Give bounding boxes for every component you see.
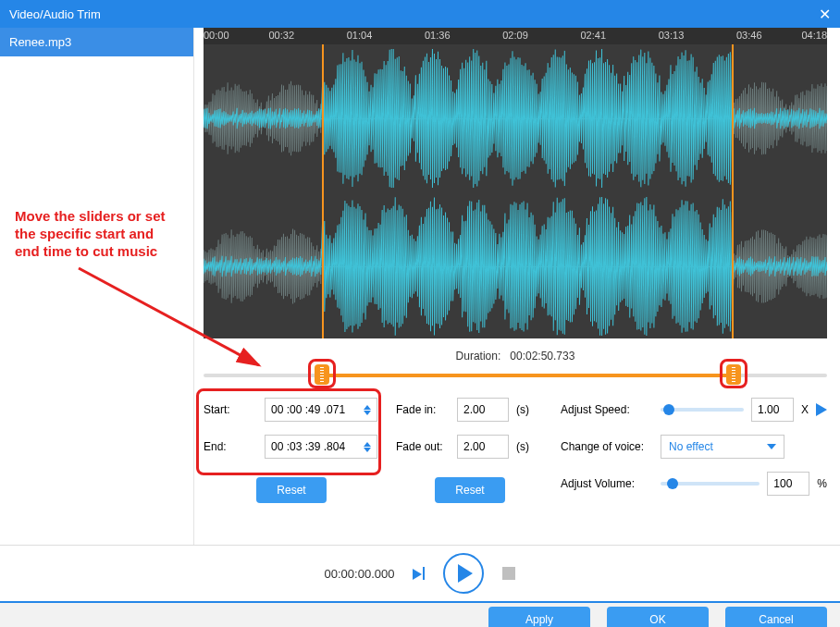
- annot-box: [308, 359, 336, 388]
- file-list: Renee.mp3: [0, 28, 194, 545]
- speed-input[interactable]: [751, 398, 794, 422]
- selection-range: [322, 44, 734, 338]
- play-icon: [458, 564, 473, 583]
- title-bar: Video/Audio Trim ✕: [0, 0, 840, 28]
- playback-bar: 00:00:00.000: [0, 546, 840, 601]
- annotation-text: Move the sliders or set the specific sta…: [15, 208, 172, 260]
- seek-icon[interactable]: [413, 567, 425, 580]
- fadein-input[interactable]: [457, 398, 509, 422]
- cancel-button[interactable]: Cancel: [725, 607, 827, 627]
- annot-box: [720, 359, 747, 388]
- chevron-down-icon: [767, 444, 776, 449]
- play-button[interactable]: [443, 553, 484, 594]
- window-title: Video/Audio Trim: [9, 7, 101, 21]
- waveform-area[interactable]: [204, 44, 827, 338]
- speed-slider[interactable]: [661, 408, 744, 412]
- apply-button[interactable]: Apply: [488, 607, 590, 627]
- duration-label: Duration:: [456, 350, 501, 363]
- fadein-label: Fade in:: [396, 403, 450, 416]
- playback-time: 00:00:00.000: [325, 567, 395, 581]
- reset-time-button[interactable]: Reset: [256, 477, 326, 503]
- reset-fade-button[interactable]: Reset: [435, 477, 504, 503]
- annot-box: [196, 388, 381, 475]
- speed-label: Adjust Speed:: [561, 403, 653, 416]
- trim-slider[interactable]: Duration: 00:02:50.733: [204, 348, 827, 392]
- close-icon[interactable]: ✕: [819, 6, 831, 23]
- ok-button[interactable]: OK: [607, 607, 709, 627]
- fadeout-input[interactable]: [457, 435, 509, 459]
- file-item[interactable]: Renee.mp3: [0, 28, 193, 56]
- voice-label: Change of voice:: [561, 440, 653, 453]
- time-ruler: 00:0000:3201:0401:3602:0902:4103:1303:46…: [204, 28, 827, 44]
- stop-button[interactable]: [502, 567, 515, 580]
- volume-slider[interactable]: [661, 482, 760, 486]
- fadeout-label: Fade out:: [396, 440, 450, 453]
- dialog-footer: Apply OK Cancel: [0, 601, 840, 627]
- volume-label: Adjust Volume:: [561, 477, 653, 490]
- voice-select[interactable]: No effect: [661, 435, 784, 459]
- duration-value: 00:02:50.733: [510, 350, 574, 363]
- volume-input[interactable]: [767, 472, 809, 496]
- speed-play-icon[interactable]: [816, 403, 827, 416]
